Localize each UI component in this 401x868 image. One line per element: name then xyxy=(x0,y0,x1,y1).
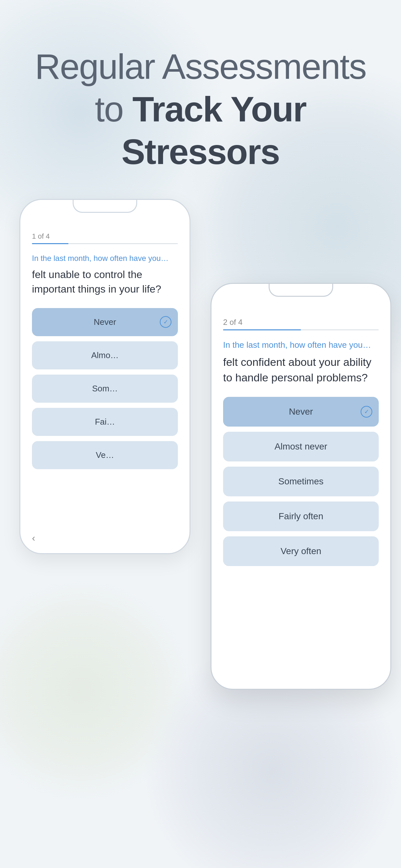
phone-front-notch xyxy=(269,284,333,297)
phone-back-progress-fill xyxy=(32,243,68,244)
phone-back-answers: Never ✓ Almo… Som… Fai… Ve… xyxy=(32,308,178,469)
headline-line2: to Track Your xyxy=(26,88,375,130)
phone-front-progress-label: 2 of 4 xyxy=(223,318,379,327)
phone-back-answer-very[interactable]: Ve… xyxy=(32,441,178,469)
phone-front-inner: 2 of 4 In the last month, how often have… xyxy=(212,305,390,689)
phone-back-nav[interactable]: ‹ xyxy=(32,532,35,544)
phone-front-answer-very[interactable]: Very often xyxy=(223,536,379,566)
phone-front-progress-track xyxy=(223,330,379,330)
headline-text: Regular Assessments to Track Your Stress… xyxy=(26,45,375,173)
phone-back-notch xyxy=(73,200,137,213)
headline-line3: Stressors xyxy=(26,130,375,173)
phone-front-answer-fairly[interactable]: Fairly often xyxy=(223,501,379,531)
phone-back-inner: 1 of 4 In the last month, how often have… xyxy=(20,219,189,553)
phone-back-progress-track xyxy=(32,243,178,244)
phone-front-check-icon: ✓ xyxy=(361,406,372,417)
phone-front-question-subtitle: In the last month, how often have you… xyxy=(223,340,379,350)
headline-line1: Regular Assessments xyxy=(26,45,375,88)
phone-front-answers: Never ✓ Almost never Sometimes Fairly of… xyxy=(223,397,379,566)
headline-line2-normal: to xyxy=(95,89,132,129)
phone-back-progress-container: 1 of 4 xyxy=(32,232,178,244)
phone-back-answer-almost[interactable]: Almo… xyxy=(32,341,178,369)
phones-section: 1 of 4 In the last month, how often have… xyxy=(0,199,401,868)
page-content: Regular Assessments to Track Your Stress… xyxy=(0,0,401,868)
headline-section: Regular Assessments to Track Your Stress… xyxy=(0,0,401,199)
phone-front-question-text: felt confident about your ability to han… xyxy=(223,354,379,385)
headline-line2-bold: Track Your xyxy=(132,89,306,129)
phone-front-answer-almost[interactable]: Almost never xyxy=(223,432,379,461)
phone-back-question-subtitle: In the last month, how often have you… xyxy=(32,254,178,263)
phone-front: 2 of 4 In the last month, how often have… xyxy=(211,283,391,690)
phone-back-progress-label: 1 of 4 xyxy=(32,232,178,241)
phone-back-question-text: felt unable to control the important thi… xyxy=(32,268,178,297)
phone-front-progress-fill xyxy=(223,330,301,330)
phone-back-answer-sometimes[interactable]: Som… xyxy=(32,375,178,403)
phone-back-answer-fairly[interactable]: Fai… xyxy=(32,408,178,436)
phone-back: 1 of 4 In the last month, how often have… xyxy=(19,199,190,554)
phone-front-answer-sometimes[interactable]: Sometimes xyxy=(223,467,379,496)
phone-front-answer-never[interactable]: Never ✓ xyxy=(223,397,379,427)
phone-front-progress-container: 2 of 4 xyxy=(223,318,379,330)
phone-back-answer-never[interactable]: Never ✓ xyxy=(32,308,178,336)
phone-back-check-icon: ✓ xyxy=(160,316,172,328)
